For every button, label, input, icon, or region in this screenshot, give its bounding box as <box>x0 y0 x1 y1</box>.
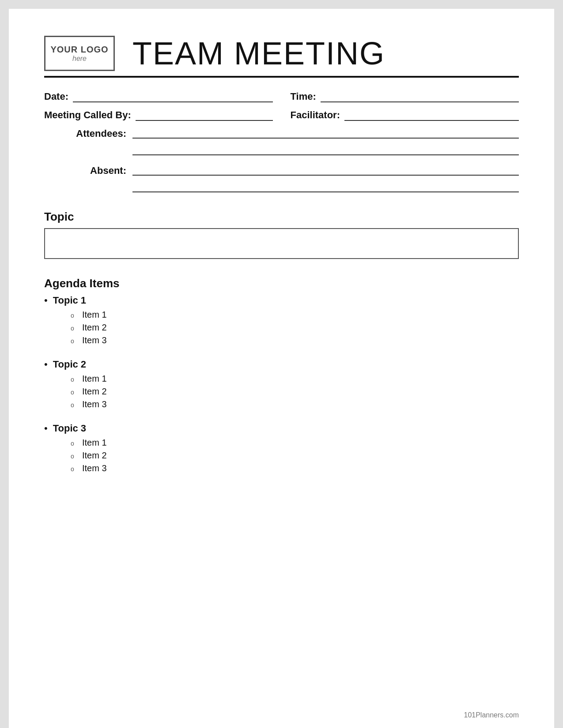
time-field-group: Time: <box>291 91 519 102</box>
time-input-line[interactable] <box>321 92 519 102</box>
topic-heading: Topic <box>44 210 519 224</box>
page: YOUR LOGO here TEAM MEETING Date: Time: … <box>9 9 554 728</box>
absent-input-line[interactable] <box>132 165 519 176</box>
sub-bullet-icon: o <box>71 465 78 473</box>
topic-3-item-2-label: Item 2 <box>82 450 107 461</box>
footer-text: 101Planners.com <box>464 711 519 719</box>
topic-2-item-2: o Item 2 <box>71 387 519 397</box>
form-section: Date: Time: Meeting Called By: Facilitat… <box>44 91 519 192</box>
topic-3-item-1: o Item 1 <box>71 438 519 448</box>
sub-bullet-icon: o <box>71 440 78 447</box>
facilitator-label: Facilitator: <box>291 109 340 121</box>
sub-bullet-icon: o <box>71 402 78 409</box>
topic-1-subitems: o Item 1 o Item 2 o Item 3 <box>71 310 519 345</box>
topic-2-label: Topic 2 <box>53 359 86 370</box>
topic-1-item-1: o Item 1 <box>71 310 519 320</box>
topic-1-item-3: o Item 3 <box>71 335 519 345</box>
called-by-field-group: Meeting Called By: <box>44 109 291 121</box>
topic-3-label: Topic 3 <box>53 423 86 434</box>
attendees-row: Attendees: <box>44 128 519 139</box>
agenda-section: Agenda Items • Topic 1 o Item 1 o Item 2… <box>44 277 519 473</box>
facilitator-field-group: Facilitator: <box>291 109 519 121</box>
logo-box: YOUR LOGO here <box>44 36 115 71</box>
header-divider <box>44 76 519 78</box>
absent-label: Absent: <box>90 165 126 176</box>
time-label: Time: <box>291 91 316 102</box>
topic-1-item-3-label: Item 3 <box>82 335 107 345</box>
meeting-called-by-label: Meeting Called By: <box>44 109 131 121</box>
sub-bullet-icon: o <box>71 312 78 319</box>
absent-row: Absent: <box>44 165 519 176</box>
facilitator-input-line[interactable] <box>344 110 519 121</box>
attendees-label: Attendees: <box>76 128 126 139</box>
topic-2-item-2-label: Item 2 <box>82 387 107 397</box>
topic-3-item-3-label: Item 3 <box>82 463 107 473</box>
topic-1-item-2-label: Item 2 <box>82 323 107 333</box>
topic-2-item-1: o Item 1 <box>71 374 519 384</box>
topic-input-box[interactable] <box>44 228 519 259</box>
absent-extra-line[interactable] <box>132 182 519 192</box>
topic-1-header: • Topic 1 <box>44 295 519 306</box>
attendees-label-block: Attendees: <box>44 128 132 139</box>
topic-2-header: • Topic 2 <box>44 359 519 370</box>
topic-2-subitems: o Item 1 o Item 2 o Item 3 <box>71 374 519 409</box>
sub-bullet-icon: o <box>71 453 78 460</box>
topic-1-label: Topic 1 <box>53 295 86 306</box>
logo-top-text: YOUR LOGO <box>50 44 108 55</box>
sub-bullet-icon: o <box>71 376 78 383</box>
topic-2-item-1-label: Item 1 <box>82 374 107 384</box>
topic-1-bullet: • <box>44 295 48 306</box>
page-title: TEAM MEETING <box>132 35 519 71</box>
agenda-topic-1: • Topic 1 o Item 1 o Item 2 o Item 3 <box>44 295 519 345</box>
topic-section: Topic <box>44 210 519 259</box>
topic-3-header: • Topic 3 <box>44 423 519 434</box>
date-input-line[interactable] <box>73 92 272 102</box>
footer: 101Planners.com <box>464 711 519 719</box>
sub-bullet-icon: o <box>71 389 78 396</box>
absent-section: Absent: <box>44 165 519 192</box>
logo-bottom-text: here <box>72 55 87 63</box>
sub-bullet-icon: o <box>71 325 78 332</box>
page-header: YOUR LOGO here TEAM MEETING <box>44 35 519 71</box>
attendees-input-line[interactable] <box>132 128 519 139</box>
attendees-section: Attendees: <box>44 128 519 155</box>
date-label: Date: <box>44 91 68 102</box>
agenda-heading: Agenda Items <box>44 277 519 290</box>
sub-bullet-icon: o <box>71 338 78 345</box>
called-by-facilitator-row: Meeting Called By: Facilitator: <box>44 109 519 121</box>
topic-1-item-2: o Item 2 <box>71 323 519 333</box>
topic-3-item-2: o Item 2 <box>71 450 519 461</box>
topic-3-bullet: • <box>44 423 48 434</box>
agenda-topic-2: • Topic 2 o Item 1 o Item 2 o Item 3 <box>44 359 519 409</box>
topic-3-item-1-label: Item 1 <box>82 438 107 448</box>
topic-2-item-3-label: Item 3 <box>82 399 107 409</box>
topic-2-bullet: • <box>44 359 48 370</box>
topic-1-item-1-label: Item 1 <box>82 310 107 320</box>
called-by-input-line[interactable] <box>136 110 273 121</box>
date-time-row: Date: Time: <box>44 91 519 102</box>
topic-3-subitems: o Item 1 o Item 2 o Item 3 <box>71 438 519 473</box>
agenda-topic-3: • Topic 3 o Item 1 o Item 2 o Item 3 <box>44 423 519 473</box>
topic-3-item-3: o Item 3 <box>71 463 519 473</box>
absent-label-block: Absent: <box>44 165 132 176</box>
topic-2-item-3: o Item 3 <box>71 399 519 409</box>
date-field-group: Date: <box>44 91 291 102</box>
attendees-extra-line[interactable] <box>132 145 519 155</box>
